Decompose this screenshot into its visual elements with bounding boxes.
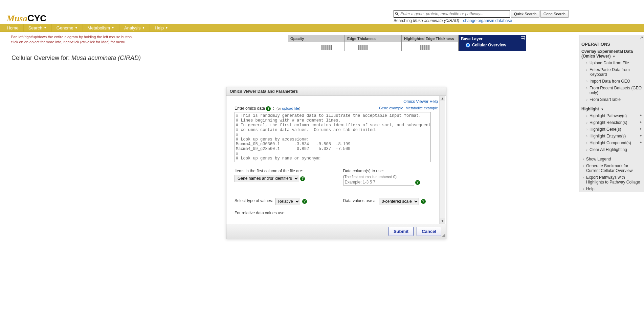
edge-thickness-control: Edge Thickness <box>345 35 402 51</box>
edge-slider[interactable] <box>345 42 401 51</box>
searching-label: Searching <box>394 18 413 23</box>
logo-musa: Musa <box>7 14 27 23</box>
logo: MusaCYC <box>7 13 46 24</box>
svg-point-0 <box>396 13 398 15</box>
control-bar: Opacity Edge Thickness Highlighted Edge … <box>288 35 526 51</box>
nav-genome[interactable]: Genome▼ <box>52 24 83 31</box>
opacity-control: Opacity <box>288 35 345 51</box>
caret-down-icon: ▼ <box>613 55 616 58</box>
hedge-slider[interactable] <box>402 42 458 51</box>
caret-down-icon: ▼ <box>75 26 78 29</box>
searching-organism: Musa acuminata (CIRAD) <box>413 18 459 23</box>
slider-handle[interactable] <box>358 45 368 50</box>
nav-home[interactable]: Home <box>2 24 24 31</box>
expand-icon[interactable]: ↗ <box>579 35 644 40</box>
search-icon <box>395 12 399 16</box>
search-area: Quick Search Gene Search Searching Musa … <box>394 10 644 23</box>
minimize-icon[interactable]: ▬ <box>521 36 525 40</box>
caret-down-icon: ▼ <box>111 26 114 29</box>
caret-down-icon: ▼ <box>142 26 145 29</box>
svg-line-1 <box>397 14 399 16</box>
nav-help[interactable]: Help▼ <box>150 24 173 31</box>
nav-search[interactable]: Search▼ <box>24 24 52 31</box>
quick-search-button[interactable]: Quick Search <box>511 10 539 18</box>
change-organism-link[interactable]: change organism database <box>463 18 512 23</box>
gene-search-button[interactable]: Gene Search <box>540 10 569 18</box>
overlay-omics-header[interactable]: Overlay Experimental Data (Omics Viewer)… <box>579 48 644 60</box>
slider-handle[interactable] <box>420 45 430 50</box>
ops-upload-file[interactable]: Upload Data from File <box>583 60 644 62</box>
highlighted-edge-control: Highlighted Edge Thickness <box>402 35 459 51</box>
nav-metabolism[interactable]: Metabolism▼ <box>83 24 119 31</box>
base-layer-panel: Base Layer ▬ Cellular Overview <box>459 35 526 51</box>
caret-down-icon: ▼ <box>165 26 168 29</box>
navbar: Home Search▼ Genome▼ Metabolism▼ Analysi… <box>0 24 644 32</box>
caret-down-icon: ▼ <box>44 26 47 29</box>
operations-panel: ↗ OPERATIONS Overlay Experimental Data (… <box>579 35 644 62</box>
slider-handle[interactable] <box>321 45 332 50</box>
search-input[interactable] <box>399 12 509 16</box>
operations-header: OPERATIONS <box>579 40 644 48</box>
base-layer-radio[interactable] <box>466 43 470 47</box>
search-input-wrap[interactable] <box>394 10 510 18</box>
nav-analysis[interactable]: Analysis▼ <box>119 24 150 31</box>
opacity-slider[interactable] <box>288 42 345 51</box>
